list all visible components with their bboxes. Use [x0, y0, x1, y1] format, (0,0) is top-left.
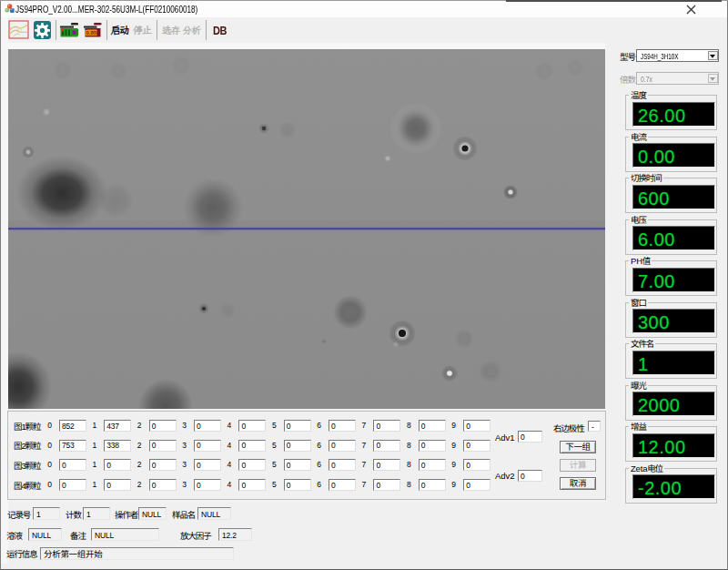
svg-text:0.85: 0.85	[86, 30, 97, 36]
